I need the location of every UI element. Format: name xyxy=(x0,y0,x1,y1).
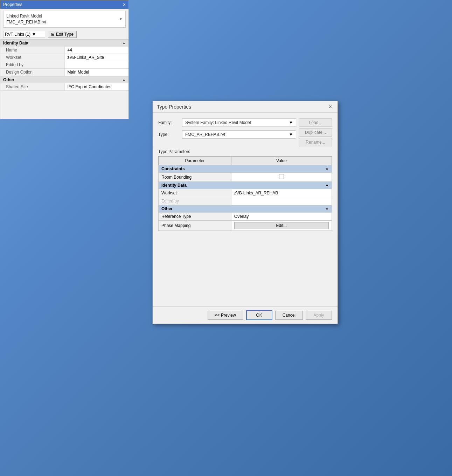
other-chevron[interactable]: ▲ xyxy=(122,78,126,82)
dialog-body: Family: System Family: Linked Revit Mode… xyxy=(153,113,338,306)
workset-param-value: zVB-Links_AR_REHAB xyxy=(231,189,332,197)
value-col-header: Value xyxy=(231,157,332,165)
identity-data-param-label: Identity Data ▲ xyxy=(159,182,332,189)
type-value: FMC_AR_REHAB.rvt xyxy=(185,132,225,137)
type-select[interactable]: FMC_AR_REHAB.rvt ▼ xyxy=(182,130,296,139)
model-line1: Linked Revit Model xyxy=(6,13,46,19)
table-row: Workset zVB-Links_AR_REHAB xyxy=(159,189,332,197)
family-select[interactable]: System Family: Linked Revit Model ▼ xyxy=(182,118,296,127)
model-selector[interactable]: Linked Revit Model FMC_AR_REHAB.rvt ▼ xyxy=(3,11,126,28)
table-row: Edited by xyxy=(159,197,332,205)
identity-data-param-chevron[interactable]: ▲ xyxy=(325,183,329,187)
constraints-section-row: Constraints ▲ xyxy=(159,165,332,173)
shared-site-label: Shared Site xyxy=(0,83,64,91)
table-row: Workset zVB-Links_AR_Site xyxy=(0,54,128,61)
duplicate-button[interactable]: Duplicate... xyxy=(299,128,332,137)
properties-title-bar: Properties × xyxy=(0,0,128,9)
param-col-header: Parameter xyxy=(159,157,231,165)
name-value[interactable] xyxy=(64,47,128,54)
family-value: System Family: Linked Revit Model xyxy=(185,120,251,125)
family-actions: Load... Duplicate... Rename... xyxy=(299,118,332,146)
phase-mapping-label: Phase Mapping xyxy=(159,221,231,231)
model-line2: FMC_AR_REHAB.rvt xyxy=(6,19,46,25)
table-row: Reference Type Overlay xyxy=(159,213,332,221)
reference-type-label: Reference Type xyxy=(159,213,231,221)
dialog-title-bar: Type Properties × xyxy=(153,101,338,113)
type-dropdown-arrow: ▼ xyxy=(289,132,293,137)
identity-data-label: Identity Data xyxy=(3,41,28,46)
type-params-section: Type Parameters Parameter Value Constrai… xyxy=(158,149,332,231)
room-bounding-value xyxy=(231,173,332,182)
dialog-title: Type Properties xyxy=(157,104,191,110)
table-row: Design Option Main Model xyxy=(0,68,128,76)
other-param-label: Other ▲ xyxy=(159,205,332,213)
room-bounding-checkbox[interactable] xyxy=(279,174,284,179)
table-row: Shared Site IFC Export Coordinates xyxy=(0,83,128,91)
other-param-chevron[interactable]: ▲ xyxy=(325,206,329,210)
type-params-label: Type Parameters xyxy=(158,149,332,154)
design-option-value: Main Model xyxy=(64,68,128,76)
name-input[interactable] xyxy=(68,48,126,53)
type-row: Type: FMC_AR_REHAB.rvt ▼ xyxy=(158,130,296,139)
properties-close-icon[interactable]: × xyxy=(123,2,126,7)
edited-by-param-label: Edited by xyxy=(159,197,231,205)
table-header-row: Parameter Value xyxy=(159,157,332,165)
rvt-links-dropdown[interactable]: RVT Links (1) ▼ xyxy=(3,31,45,38)
edit-type-button[interactable]: ⊞ Edit Type xyxy=(48,31,77,38)
rvt-links-bar: RVT Links (1) ▼ ⊞ Edit Type xyxy=(0,30,128,39)
dialog-footer: << Preview OK Cancel Apply xyxy=(153,306,338,324)
family-section: Family: System Family: Linked Revit Mode… xyxy=(158,118,332,146)
room-bounding-label: Room Bounding xyxy=(159,173,231,182)
ok-button[interactable]: OK xyxy=(246,310,272,320)
properties-title: Properties xyxy=(3,2,22,7)
design-option-label: Design Option xyxy=(0,68,64,76)
type-properties-dialog: Type Properties × Family: System Family:… xyxy=(152,101,338,324)
constraints-chevron[interactable]: ▲ xyxy=(325,166,329,170)
shared-site-value: IFC Export Coordinates xyxy=(64,83,128,91)
table-row: Phase Mapping Edit... xyxy=(159,221,332,231)
reference-type-value: Overlay xyxy=(231,213,332,221)
type-label: Type: xyxy=(158,132,179,137)
edit-type-label: Edit Type xyxy=(56,32,74,37)
dialog-close-icon[interactable]: × xyxy=(327,104,333,110)
table-row: Room Bounding xyxy=(159,173,332,182)
identity-data-chevron[interactable]: ▲ xyxy=(122,41,126,45)
table-row: Name xyxy=(0,47,128,54)
workset-label: Workset xyxy=(0,54,64,61)
identity-data-section-row: Identity Data ▲ xyxy=(159,182,332,189)
workset-param-label: Workset xyxy=(159,189,231,197)
family-row: Family: System Family: Linked Revit Mode… xyxy=(158,118,296,127)
edited-by-value xyxy=(64,61,128,68)
rename-button[interactable]: Rename... xyxy=(299,138,332,146)
other-label: Other xyxy=(3,77,14,82)
family-dropdown-arrow: ▼ xyxy=(289,120,293,125)
properties-panel: Properties × Linked Revit Model FMC_AR_R… xyxy=(0,0,129,119)
identity-data-header: Identity Data ▲ xyxy=(0,39,128,47)
apply-button[interactable]: Apply xyxy=(306,311,332,320)
name-label: Name xyxy=(0,47,64,54)
other-table: Shared Site IFC Export Coordinates xyxy=(0,83,128,91)
phase-mapping-edit-button[interactable]: Edit... xyxy=(234,222,329,229)
params-table: Parameter Value Constraints ▲ Room Bound… xyxy=(158,156,332,231)
preview-button[interactable]: << Preview xyxy=(208,311,243,320)
edit-type-icon: ⊞ xyxy=(51,32,55,37)
family-fields: Family: System Family: Linked Revit Mode… xyxy=(158,118,296,146)
rvt-links-label: RVT Links (1) xyxy=(5,32,30,37)
cancel-button[interactable]: Cancel xyxy=(275,311,303,320)
rvt-links-arrow: ▼ xyxy=(32,32,36,37)
load-button[interactable]: Load... xyxy=(299,118,332,127)
other-header: Other ▲ xyxy=(0,76,128,83)
empty-area xyxy=(158,231,332,301)
other-section-row: Other ▲ xyxy=(159,205,332,213)
model-dropdown-arrow[interactable]: ▼ xyxy=(119,17,123,21)
edited-by-label: Edited by xyxy=(0,61,64,68)
identity-data-table: Name Workset zVB-Links_AR_Site Edited by… xyxy=(0,47,128,76)
constraints-label: Constraints ▲ xyxy=(159,165,332,173)
table-row: Edited by xyxy=(0,61,128,68)
family-label: Family: xyxy=(158,120,179,125)
phase-mapping-value: Edit... xyxy=(231,221,332,231)
workset-value: zVB-Links_AR_Site xyxy=(64,54,128,61)
edited-by-param-value xyxy=(231,197,332,205)
